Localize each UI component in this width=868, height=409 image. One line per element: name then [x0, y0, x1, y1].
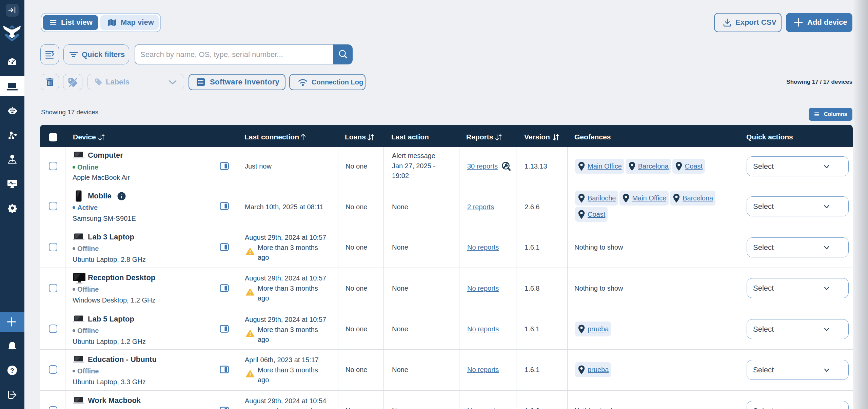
- svg-text:i: i: [121, 194, 122, 199]
- svg-text:?: ?: [10, 367, 14, 374]
